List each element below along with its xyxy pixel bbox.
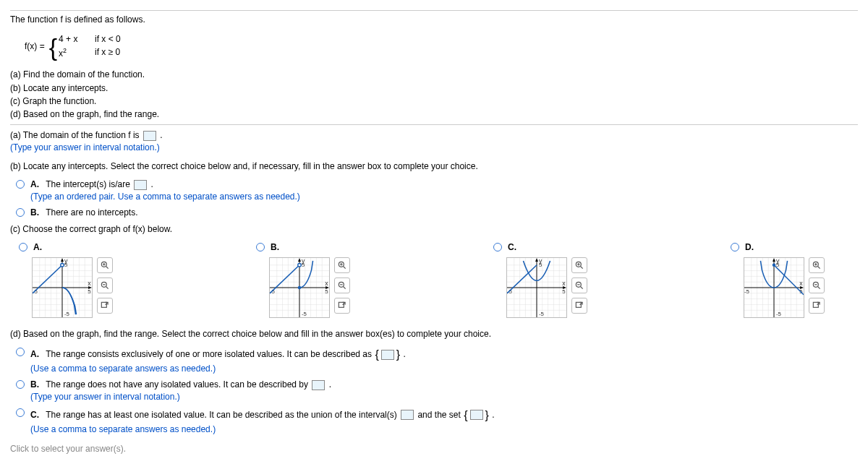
part-d-option-c[interactable]: C. The range has at least one isolated v… [10, 407, 858, 436]
option-label: C. [508, 242, 516, 252]
svg-line-101 [507, 265, 537, 293]
expand-button[interactable] [97, 298, 113, 314]
graph-option-c[interactable]: C. y x -5 5 5 -5 [488, 241, 587, 317]
task-d: (d) Based on the graph, find the range. [10, 108, 858, 121]
graph-option-a[interactable]: A. y x -5 5 5 -5 [13, 241, 113, 317]
svg-line-26 [33, 265, 62, 293]
radio-icon[interactable] [16, 380, 25, 389]
option-hint: (Type your answer in interval notation.) [30, 392, 180, 402]
curly-brace-icon: } [485, 409, 490, 421]
svg-marker-94 [535, 258, 538, 262]
svg-line-63 [270, 265, 299, 293]
svg-marker-19 [61, 258, 64, 262]
task-list: (a) Find the domain of the function. (b)… [10, 69, 858, 121]
part-b-option-a[interactable]: A. The intercept(s) is/are . (Type an or… [10, 178, 858, 204]
option-label: D. [745, 242, 754, 252]
graph-c: y x -5 5 5 -5 [506, 257, 567, 318]
part-d-option-a[interactable]: A. The range consists exclusively of one… [10, 346, 858, 376]
range-interval-input[interactable] [312, 380, 325, 390]
svg-line-33 [106, 287, 109, 289]
curly-brace-icon: { [374, 348, 379, 361]
intercepts-input[interactable] [134, 180, 147, 190]
option-label: B. [30, 379, 39, 390]
option-hint: (Use a comma to separate answers as need… [30, 424, 216, 434]
option-hint: (Type an ordered pair. Use a comma to se… [30, 192, 300, 202]
task-c: (c) Graph the function. [10, 95, 858, 108]
svg-point-141 [773, 263, 775, 266]
radio-icon[interactable] [731, 243, 739, 251]
option-label: B. [271, 242, 279, 252]
range-union-set-input[interactable] [470, 410, 483, 420]
svg-text:5: 5 [302, 262, 305, 268]
svg-text:5: 5 [325, 288, 328, 295]
radio-icon[interactable] [16, 180, 25, 189]
zoom-out-button[interactable] [571, 278, 587, 293]
svg-line-71 [344, 287, 346, 289]
zoom-out-button[interactable] [809, 278, 825, 293]
graph-option-d[interactable]: D. y x -5 5 5 -5 [725, 241, 825, 317]
svg-text:x: x [799, 280, 803, 287]
zoom-in-button[interactable] [571, 257, 587, 273]
brace-icon: { [49, 37, 57, 57]
option-label: A. [33, 242, 42, 252]
function-definition: f(x) = { 4 + x if x < 0 x2 if x ≥ 0 [25, 33, 858, 60]
svg-line-107 [581, 287, 583, 289]
part-c-prompt: (c) Choose the correct graph of f(x) bel… [10, 223, 858, 236]
case1-cond: if x < 0 [95, 33, 121, 46]
case2-cond: if x ≥ 0 [95, 46, 120, 60]
svg-text:x: x [562, 280, 566, 287]
svg-marker-130 [773, 258, 775, 262]
footer-instruction: Click to select your answer(s). [10, 443, 858, 455]
case1-expr: 4 + x [59, 33, 95, 46]
domain-input[interactable] [143, 131, 156, 141]
range-set-input[interactable] [381, 350, 394, 360]
option-label: A. [30, 349, 39, 359]
part-b-prompt: (b) Locate any intercepts. Select the co… [10, 160, 858, 173]
graph-options: A. y x -5 5 5 -5 [13, 241, 858, 317]
expand-button[interactable] [571, 298, 587, 314]
part-b-option-b[interactable]: B. There are no intercepts. [10, 207, 858, 219]
part-a-hint: (Type your answer in interval notation.) [10, 142, 160, 152]
graph-option-b[interactable]: B. y x -5 5 5 -5 [250, 241, 350, 317]
zoom-in-button[interactable] [334, 257, 350, 273]
task-b: (b) Locate any intercepts. [10, 82, 858, 95]
svg-line-103 [581, 267, 583, 269]
expand-button[interactable] [809, 298, 825, 314]
graph-b: y x -5 5 5 -5 [269, 257, 330, 318]
svg-point-64 [298, 263, 301, 266]
option-hint: (Use a comma to separate answers as need… [30, 363, 216, 374]
radio-icon[interactable] [19, 243, 27, 251]
svg-line-67 [344, 267, 346, 269]
radio-icon[interactable] [256, 243, 265, 251]
zoom-in-button[interactable] [97, 257, 113, 273]
graph-d: y x -5 5 5 -5 [744, 257, 804, 318]
radio-icon[interactable] [16, 208, 25, 217]
graph-a: y x -5 5 5 -5 [32, 257, 93, 318]
svg-text:-5: -5 [744, 288, 750, 295]
svg-text:-5: -5 [776, 311, 782, 317]
zoom-in-button[interactable] [809, 257, 825, 273]
part-a: (a) The domain of the function f is . (T… [10, 129, 858, 155]
svg-line-143 [818, 267, 820, 269]
radio-icon[interactable] [16, 348, 25, 356]
svg-text:-5: -5 [539, 311, 545, 317]
zoom-out-button[interactable] [334, 278, 350, 293]
part-a-text: (a) The domain of the function f is [10, 130, 142, 140]
svg-text:x: x [325, 280, 328, 287]
part-d-option-b[interactable]: B. The range does not have any isolated … [10, 379, 858, 404]
svg-text:5: 5 [562, 288, 566, 295]
svg-text:5: 5 [64, 262, 68, 268]
svg-text:5: 5 [539, 262, 542, 268]
range-union-interval-input[interactable] [401, 410, 414, 420]
radio-icon[interactable] [16, 408, 25, 417]
task-a: (a) Find the domain of the function. [10, 69, 858, 81]
svg-point-27 [61, 263, 64, 266]
svg-line-147 [818, 287, 820, 289]
radio-icon[interactable] [493, 243, 502, 251]
svg-text:5: 5 [88, 288, 91, 295]
option-label: A. [30, 179, 39, 189]
expand-button[interactable] [334, 298, 350, 314]
intro-text: The function f is defined as follows. [10, 14, 858, 26]
svg-text:-5: -5 [64, 311, 70, 317]
zoom-out-button[interactable] [97, 278, 113, 293]
